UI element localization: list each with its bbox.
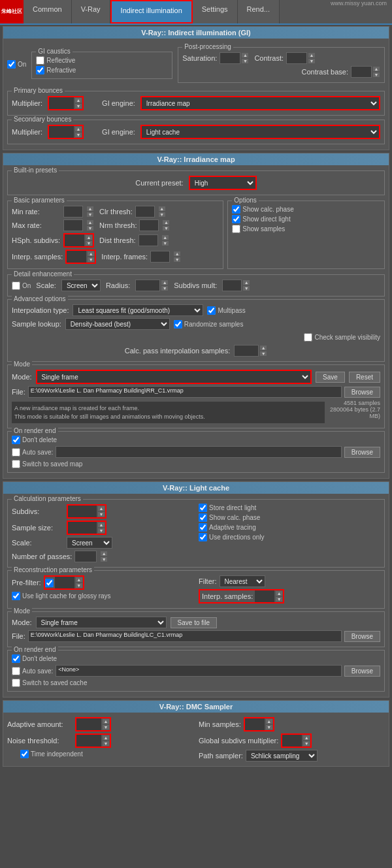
detail-on-checkbox[interactable]: On: [12, 281, 31, 290]
lc-subdivs-input[interactable]: 1200 ▲▼: [67, 504, 106, 519]
gi-caustics-group: GI caustics Reflective Refractive: [31, 52, 172, 79]
lc-interp-samples-wrap[interactable]: Interp. samples: 10 ▲▼: [199, 589, 284, 603]
irr-info-text: A new irradiance map is created for each…: [12, 402, 325, 423]
lc-use-directions-only-checkbox[interactable]: Use directions only: [199, 533, 380, 541]
irr-samples-info: 4581 samples2800064 bytes (2.7MB): [330, 400, 380, 425]
lc-switch-checkbox[interactable]: Switch to saved cache: [12, 679, 380, 687]
hsph-subdivs-input[interactable]: 65 ▲▼: [63, 233, 94, 248]
multipass-checkbox[interactable]: Multipass: [207, 306, 245, 315]
nav-tabs: Common V-Ray Indirect illumination Setti…: [24, 0, 325, 24]
irr-browse-button[interactable]: Browse: [344, 387, 380, 398]
lc-pre-filter-wrap[interactable]: 10 ▲▼: [44, 575, 84, 590]
options-group: Options Show calc. phase Show direct lig…: [227, 201, 385, 269]
lc-save-to-file-button[interactable]: Save to file: [171, 617, 217, 628]
basic-params-group: Basic parameters Min rate: -3 ▲▼ Clr thr…: [7, 201, 223, 269]
lc-show-calc-phase-checkbox[interactable]: Show calc. phase: [199, 513, 380, 522]
primary-gi-engine-select[interactable]: Irradiance map Photon map Brute force Li…: [140, 96, 380, 110]
lc-mode-select[interactable]: Single frame Fly-through From file Progr…: [36, 617, 167, 628]
randomize-checkbox[interactable]: Randomize samples: [174, 320, 244, 329]
advanced-options-group: Advanced options Interpolation type: Lea…: [7, 299, 385, 362]
lc-auto-save-checkbox[interactable]: Auto save:: [12, 667, 53, 675]
lc-mode-group: Mode Mode: Single frame Fly-through From…: [7, 611, 385, 647]
gi-on-checkbox[interactable]: On: [7, 60, 26, 69]
irradiance-map-title: V-Ray:: Irradiance map: [3, 153, 389, 165]
lc-sample-size-input[interactable]: 0.01 ▲▼: [67, 521, 106, 535]
contrast-input[interactable]: 1.0 ▲▼: [286, 52, 316, 64]
check-visibility-checkbox[interactable]: Check sample visibility: [304, 333, 380, 342]
irr-file-path: E:\09Work\Leslie L. Dan Pharmacy Buildin…: [28, 386, 342, 398]
preset-select[interactable]: Very lowLowMedium HighVery highCustom: [189, 176, 257, 190]
primary-bounces-group: Primary bounces Multiplier: 1.0 ▲▼ GI en…: [7, 91, 385, 116]
nav-header: 朱峰社区 Common V-Ray Indirect illumination …: [0, 0, 392, 25]
irr-dont-delete-checkbox[interactable]: Don't delete: [12, 436, 380, 444]
light-cache-title: V-Ray:: Light cache: [3, 482, 389, 494]
lc-use-for-glossy-checkbox[interactable]: Use light cache for glossy rays: [12, 592, 193, 600]
time-independent-checkbox[interactable]: Time independent: [20, 750, 193, 758]
show-samples-checkbox[interactable]: Show samples: [232, 225, 380, 233]
lc-store-direct-light-checkbox[interactable]: Store direct light: [199, 504, 380, 512]
lc-dont-delete-checkbox[interactable]: Don't delete: [12, 654, 380, 663]
reflective-checkbox[interactable]: Reflective: [36, 56, 168, 65]
detail-scale-select[interactable]: ScreenWorld: [61, 280, 101, 291]
lc-file-path: E:\09Work\Leslie L. Dan Pharmacy Buildin…: [28, 630, 342, 642]
noise-threshold-input[interactable]: 0.003 ▲▼: [75, 733, 111, 748]
tab-common[interactable]: Common: [24, 0, 72, 24]
adaptive-amount-input[interactable]: 0.5 ▲▼: [75, 717, 111, 731]
sample-lookup-select[interactable]: Density-based (best) Quad-tree Nearest: [65, 318, 170, 330]
lc-on-render-end: On render end Don't delete Auto save: <N…: [7, 650, 385, 692]
secondary-bounces-group: Secondary bounces Multiplier: 1.0 ▲▼ GI …: [7, 120, 385, 144]
post-processing-group: Post-processing Saturation: 1.0 ▲▼ Contr…: [178, 47, 385, 83]
saturation-input[interactable]: 1.0 ▲▼: [220, 52, 249, 64]
dmc-sampler-panel: V-Ray:: DMC Sampler Adaptive amount: 0.5…: [3, 700, 389, 767]
secondary-gi-engine-select[interactable]: None Photon map Brute force Light cache: [140, 125, 380, 139]
irr-mode-select-wrap[interactable]: Single frame Multiframe incremental From…: [36, 370, 312, 384]
light-cache-panel: V-Ray:: Light cache Calculation paramete…: [3, 481, 389, 698]
site-label: www.missy yuan.com: [325, 0, 392, 24]
lc-adaptive-tracing-checkbox[interactable]: Adaptive tracing: [199, 523, 380, 532]
logo: 朱峰社区: [0, 0, 24, 24]
tab-vray[interactable]: V-Ray: [72, 0, 110, 24]
gi-panel-title: V-Ray:: Indirect illumination (GI): [3, 27, 389, 39]
irradiance-map-panel: V-Ray:: Irradiance map Built-in presets …: [3, 153, 389, 479]
primary-multiplier-input[interactable]: 1.0 ▲▼: [48, 96, 84, 110]
tab-render[interactable]: Rend...: [238, 0, 280, 24]
irr-auto-save-checkbox[interactable]: Auto save:: [12, 448, 53, 457]
dmc-sampler-title: V-Ray:: DMC Sampler: [3, 701, 389, 713]
subdivs-mult-input[interactable]: 0.3 ▲▼: [222, 280, 250, 291]
tab-settings[interactable]: Settings: [193, 0, 238, 24]
min-samples-input[interactable]: 15 ▲▼: [244, 717, 274, 731]
lc-auto-save-browse[interactable]: Browse: [344, 666, 380, 677]
radius-input[interactable]: 60.0 ▲▼: [135, 280, 169, 291]
gi-panel: V-Ray:: Indirect illumination (GI) On GI…: [3, 26, 389, 150]
lc-scale-select[interactable]: ScreenWorld: [67, 537, 112, 549]
irr-mode-group: Mode Mode: Single frame Multiframe incre…: [7, 364, 385, 428]
interpolation-type-select[interactable]: Least squares fit (good/smooth) Weighted…: [73, 304, 203, 316]
irr-switch-checkbox[interactable]: Switch to saved map: [12, 460, 380, 468]
save-button[interactable]: Save: [316, 372, 345, 383]
irr-auto-save-path: [56, 446, 341, 458]
calc-pass-input[interactable]: 10 ▲▼: [234, 345, 267, 357]
reset-button[interactable]: Reset: [349, 372, 380, 383]
global-subdivs-input[interactable]: 3.0 ▲▼: [281, 733, 312, 748]
lc-browse-button[interactable]: Browse: [344, 631, 380, 642]
contrast-base-input[interactable]: 0.5 ▲▼: [351, 66, 380, 78]
lc-auto-save-path: <None>: [56, 665, 341, 677]
irr-on-render-end: On render end Don't delete Auto save: Br…: [7, 431, 385, 473]
irr-auto-save-browse[interactable]: Browse: [344, 447, 380, 458]
lc-filter-select[interactable]: NearestFixedNone: [220, 575, 265, 587]
tab-indirect-illumination[interactable]: Indirect illumination: [110, 0, 193, 24]
show-direct-light-checkbox[interactable]: Show direct light: [232, 215, 380, 223]
show-calc-phase-checkbox[interactable]: Show calc. phase: [232, 205, 380, 214]
built-in-presets-group: Built-in presets Current preset: Very lo…: [7, 170, 385, 195]
refractive-checkbox[interactable]: Refractive: [36, 66, 168, 74]
lc-calc-params-group: Calculation parameters Subdivs: 1200 ▲▼ …: [7, 499, 385, 568]
path-sampler-select[interactable]: Schlick sampling Halton Uniform: [246, 750, 318, 762]
secondary-multiplier-input[interactable]: 1.0 ▲▼: [48, 125, 84, 139]
detail-enhancement-group: Detail enhancement On Scale: ScreenWorld…: [7, 274, 385, 297]
interp-samples-input[interactable]: 65 ▲▼: [65, 249, 96, 264]
lc-reconstruction-group: Reconstruction parameters Pre-filter: 10…: [7, 570, 385, 609]
